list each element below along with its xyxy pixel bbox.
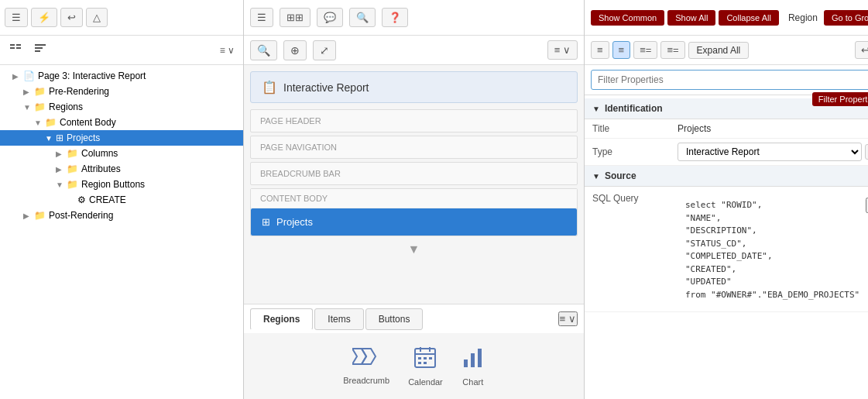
svg-rect-15	[429, 357, 432, 359]
tree-icon-columns: 📁	[67, 148, 78, 159]
breadcrumb-label: Breadcrumb	[343, 376, 389, 385]
left-toolbar-flash-btn[interactable]: ⚡	[31, 8, 57, 27]
svg-rect-4	[35, 44, 46, 46]
region-label: Region	[788, 12, 818, 23]
tree-icon-page3: 📄	[23, 71, 35, 81]
chart-icon	[461, 346, 485, 374]
prop-list-btn1[interactable]: ≡	[591, 41, 609, 59]
source-section-header[interactable]: ▼ Source	[585, 166, 868, 187]
tree-item-attributes[interactable]: ▶ 📁 Attributes	[0, 161, 243, 177]
prop-list-btn2[interactable]: ≡	[612, 41, 631, 59]
tree-label-region-buttons: Region Buttons	[81, 179, 145, 190]
svg-rect-5	[35, 47, 43, 49]
tree-label-columns: Columns	[81, 148, 118, 159]
mid-menu-btn[interactable]: ≡ ∨	[547, 40, 578, 60]
mid-expand-btn[interactable]: ⤢	[313, 40, 336, 60]
tree-item-region-buttons[interactable]: ▼ 📁 Region Buttons	[0, 177, 243, 192]
svg-rect-6	[35, 50, 40, 52]
prop-select-type[interactable]: Interactive Report	[678, 143, 862, 161]
breadcrumb-bar-section: BREADCRUMB BAR	[250, 162, 578, 185]
expand-all-btn[interactable]: Expand All	[688, 42, 750, 59]
show-all-btn[interactable]: Show All	[667, 10, 715, 26]
calendar-icon	[413, 346, 437, 374]
mid-toolbar-list-btn[interactable]: ☰	[250, 8, 273, 27]
left-toolbar-triangle-btn[interactable]: △	[86, 8, 108, 27]
prop-list-btn4[interactable]: ≡=	[660, 41, 684, 59]
tab-items[interactable]: Items	[314, 308, 363, 330]
prop-list-btn3[interactable]: ≡=	[633, 41, 657, 59]
filter-properties-input[interactable]	[591, 70, 868, 90]
identification-label: Identification	[605, 103, 663, 114]
tree-item-create[interactable]: ⚙ CREATE	[0, 192, 243, 208]
svg-rect-14	[424, 357, 427, 359]
tree-label-content-body: Content Body	[60, 117, 116, 128]
prop-label-type: Type	[592, 146, 678, 157]
breadcrumb-component[interactable]: Breadcrumb	[343, 346, 389, 387]
tree-item-columns[interactable]: ▶ 📁 Columns	[0, 146, 243, 161]
left-menu-btn[interactable]: ≡ ∨	[216, 43, 238, 58]
breadcrumb-bar-label: BREADCRUMB BAR	[260, 169, 341, 178]
svg-marker-8	[362, 349, 376, 364]
tree-chevron-columns: ▶	[56, 150, 67, 158]
tab-regions[interactable]: Regions	[250, 308, 313, 330]
left-toolbar-refresh-btn[interactable]: ↩	[60, 8, 83, 27]
mid-toolbar-help-btn[interactable]: ❓	[382, 8, 408, 27]
left-sort-btn[interactable]	[29, 40, 51, 60]
prop-label-sql: SQL Query	[592, 193, 678, 204]
tree-icon-post: 📁	[34, 210, 46, 221]
page-nav-label: PAGE NAVIGATION	[260, 143, 337, 152]
middle-sub-toolbar: 🔍 ⊕ ⤢ ≡ ∨	[244, 36, 584, 65]
tree-icon-region-buttons: 📁	[67, 179, 78, 190]
tree-item-page3[interactable]: ▶ 📄 Page 3: Interactive Report	[0, 68, 243, 84]
tree-item-pre-rendering[interactable]: ▶ 📁 Pre-Rendering	[0, 84, 243, 99]
calendar-component[interactable]: Calendar	[408, 346, 443, 387]
tree-label-page3: Page 3: Interactive Report	[38, 71, 146, 81]
back-forward-btn[interactable]: ↩ ∨	[855, 41, 868, 59]
tree-chevron-page3: ▶	[12, 72, 23, 81]
prop-list-icon-type[interactable]: ☰	[865, 144, 868, 160]
tree-icon-attributes: 📁	[67, 163, 78, 174]
svg-rect-3	[16, 47, 21, 49]
left-toolbar-list-btn[interactable]: ☰	[5, 8, 28, 27]
projects-row[interactable]: ⊞ Projects	[251, 208, 577, 236]
tree-label-pre: Pre-Rendering	[49, 86, 109, 97]
tree-chevron-projects: ▼	[45, 134, 56, 143]
svg-rect-17	[424, 362, 427, 364]
go-to-group-btn[interactable]: Go to Group	[824, 10, 868, 26]
properties-area: ▼ Identification Title Projects Type Int…	[585, 95, 868, 399]
prop-text-title: Projects	[678, 123, 711, 134]
mid-zoom-in-btn[interactable]: ⊕	[283, 40, 307, 60]
show-common-btn[interactable]: Show Common	[591, 10, 664, 26]
content-body-section: CONTENT BODY ⊞ Projects	[250, 188, 578, 236]
tree-chevron-region-buttons: ▼	[56, 181, 67, 189]
ir-banner-icon: 📋	[262, 80, 277, 95]
ir-banner-label: Interactive Report	[283, 81, 369, 94]
tree-icon-projects: ⊞	[56, 132, 63, 143]
left-toolbar: ☰ ⚡ ↩ △	[0, 0, 243, 36]
tree-icon-content-body: 📁	[45, 117, 57, 128]
left-panel: ☰ ⚡ ↩ △ ≡ ∨ ▶ 📄 Page 3: Interactive Repo…	[0, 0, 244, 399]
svg-rect-20	[478, 349, 482, 367]
mid-zoom-out-btn[interactable]: 🔍	[250, 40, 277, 60]
tree-chevron-regions: ▼	[23, 103, 34, 112]
left-list-view-btn[interactable]	[5, 40, 26, 60]
bottom-tab-menu-btn[interactable]: ≡ ∨	[558, 311, 578, 326]
mid-toolbar-search-btn[interactable]: 🔍	[349, 8, 376, 27]
page-nav-section: PAGE NAVIGATION	[250, 136, 578, 159]
tree-item-content-body[interactable]: ▼ 📁 Content Body	[0, 115, 243, 130]
mid-toolbar-grid-btn[interactable]: ⊞⊞	[280, 8, 310, 27]
tree-item-regions[interactable]: ▼ 📁 Regions	[0, 99, 243, 115]
prop-label-title: Title	[592, 123, 678, 134]
left-sub-toolbar: ≡ ∨	[0, 36, 243, 65]
tab-buttons[interactable]: Buttons	[365, 308, 424, 330]
mid-toolbar-comment-btn[interactable]: 💬	[317, 8, 343, 27]
svg-rect-13	[418, 357, 421, 359]
collapse-all-btn[interactable]: Collapse All	[719, 10, 778, 26]
tree-item-post-rendering[interactable]: ▶ 📁 Post-Rendering	[0, 208, 243, 223]
chart-component[interactable]: Chart	[461, 346, 485, 387]
prop-value-title: Projects	[678, 123, 868, 134]
svg-rect-19	[471, 353, 475, 367]
tree-item-projects[interactable]: ▼ ⊞ Projects	[0, 130, 243, 146]
svg-rect-0	[10, 44, 15, 46]
svg-rect-18	[464, 359, 468, 367]
